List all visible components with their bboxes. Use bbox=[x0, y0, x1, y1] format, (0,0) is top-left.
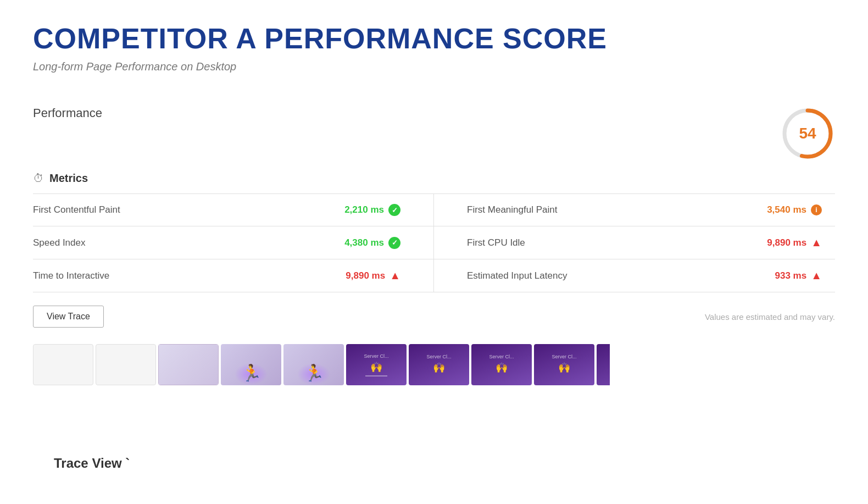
metric-value-tti: 9,890 ms ▲ bbox=[346, 269, 400, 282]
metric-estimated-input-latency: Estimated Input Latency 933 ms ▲ bbox=[434, 259, 835, 292]
triangle-icon-eil: ▲ bbox=[811, 269, 822, 282]
metrics-title: Metrics bbox=[49, 172, 88, 185]
metrics-footer: View Trace Values are estimated and may … bbox=[33, 306, 835, 328]
metric-name-fcp: First Contentful Paint bbox=[33, 204, 120, 215]
info-icon-fmp: i bbox=[811, 204, 822, 215]
performance-header: Performance 54 bbox=[33, 106, 835, 161]
metric-name-tti: Time to Interactive bbox=[33, 270, 109, 281]
metric-first-meaningful-paint: First Meaningful Paint 3,540 ms i bbox=[434, 194, 835, 226]
filmstrip-frame-8: Server Cl... 🙌 bbox=[471, 344, 532, 385]
filmstrip-frame-5: 🏃 bbox=[283, 344, 344, 385]
metric-value-fcp: 2,210 ms ✓ bbox=[344, 204, 400, 216]
triangle-icon-tti: ▲ bbox=[390, 269, 400, 282]
filmstrip-frame-4: 🏃 bbox=[221, 344, 281, 385]
page-title: COMPETITOR A PERFORMANCE SCORE bbox=[33, 22, 835, 55]
metric-value-si: 4,380 ms ✓ bbox=[344, 237, 400, 249]
metric-name-fmp: First Meaningful Paint bbox=[467, 204, 557, 215]
triangle-icon-fci: ▲ bbox=[811, 236, 822, 249]
performance-label: Performance bbox=[33, 106, 102, 120]
metric-name-si: Speed Index bbox=[33, 237, 85, 248]
filmstrip-frame-2 bbox=[96, 344, 156, 385]
metrics-icon: ⏱ bbox=[33, 172, 44, 185]
filmstrip-frame-9: Server Cl... 🙌 bbox=[534, 344, 594, 385]
metric-first-cpu-idle: First CPU Idle 9,890 ms ▲ bbox=[434, 226, 835, 259]
page-subtitle: Long-form Page Performance on Desktop bbox=[33, 60, 835, 73]
metric-value-eil: 933 ms ▲ bbox=[775, 269, 822, 282]
filmstrip-frame-7: Server Cl... 🙌 bbox=[409, 344, 469, 385]
metric-time-to-interactive: Time to Interactive 9,890 ms ▲ bbox=[33, 259, 434, 292]
trace-view-label: Trace View ` bbox=[54, 456, 130, 471]
metric-name-eil: Estimated Input Latency bbox=[467, 270, 567, 281]
check-icon-si: ✓ bbox=[388, 237, 400, 249]
filmstrip-frame-3 bbox=[158, 344, 219, 385]
view-trace-button[interactable]: View Trace bbox=[33, 306, 104, 328]
metric-value-fmp: 3,540 ms i bbox=[767, 204, 822, 215]
check-icon-fcp: ✓ bbox=[388, 204, 400, 216]
score-value: 54 bbox=[799, 125, 816, 142]
filmstrip-frame-1 bbox=[33, 344, 93, 385]
metric-value-fci: 9,890 ms ▲ bbox=[767, 236, 822, 249]
metric-speed-index: Speed Index 4,380 ms ✓ bbox=[33, 226, 434, 259]
metrics-grid: First Contentful Paint 2,210 ms ✓ First … bbox=[33, 193, 835, 292]
filmstrip-frame-10: Server Cl... 🙌 bbox=[597, 344, 610, 385]
metrics-section-header: ⏱ Metrics bbox=[33, 172, 835, 185]
metric-first-contentful-paint: First Contentful Paint 2,210 ms ✓ bbox=[33, 194, 434, 226]
metric-name-fci: First CPU Idle bbox=[467, 237, 525, 248]
filmstrip: 🏃 🏃 Server Cl... 🙌 Server Cl... 🙌 Server… bbox=[33, 344, 610, 385]
footer-note: Values are estimated and may vary. bbox=[705, 312, 835, 322]
filmstrip-frame-6: Server Cl... 🙌 bbox=[346, 344, 407, 385]
performance-score-circle: 54 bbox=[780, 106, 835, 161]
